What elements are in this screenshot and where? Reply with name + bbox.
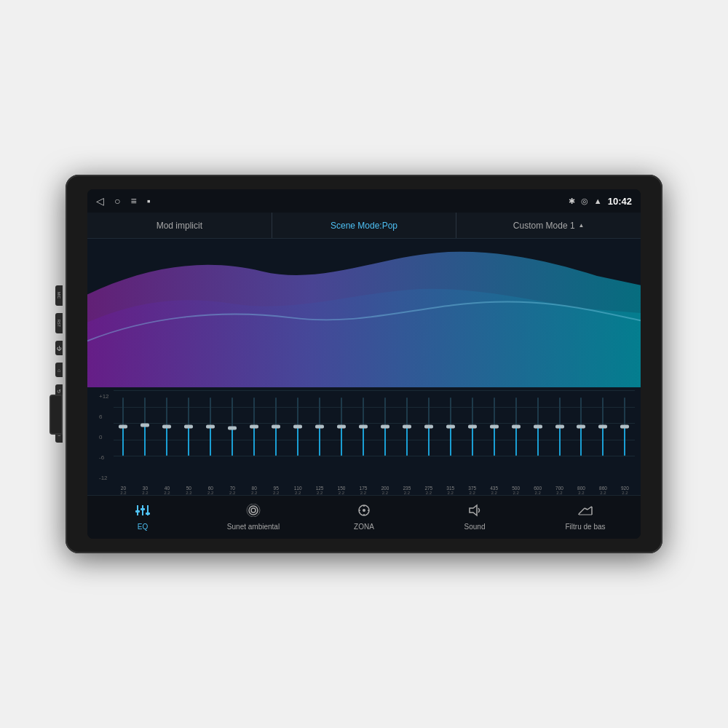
rst-button[interactable]: RST [55, 313, 63, 333]
slider-col-860[interactable] [593, 397, 613, 456]
zone-icon [356, 504, 372, 521]
mic-button[interactable]: MIC [55, 285, 63, 306]
slider-thumb-110[interactable] [293, 425, 302, 429]
slider-fill-30 [144, 425, 146, 456]
tab-sound[interactable]: Sound [419, 496, 530, 539]
slider-thumb-500[interactable] [512, 425, 521, 429]
freq-label-col-20: 202.2 [114, 486, 133, 495]
status-bar: ◁ ○ ≡ ▪ ✱ ◎ ▲ 10:42 [87, 189, 641, 213]
slider-thumb-315[interactable] [446, 425, 455, 429]
slider-col-175[interactable] [353, 397, 373, 456]
slider-fill-375 [472, 427, 473, 456]
slider-col-125[interactable] [310, 397, 330, 456]
svg-marker-18 [470, 505, 477, 515]
fc-label-60: 60 [201, 486, 221, 491]
slider-thumb-175[interactable] [359, 425, 368, 429]
slider-col-700[interactable] [550, 397, 569, 456]
slider-thumb-275[interactable] [424, 425, 433, 429]
slider-col-110[interactable] [288, 397, 308, 456]
slider-fill-315 [450, 427, 451, 456]
slider-thumb-80[interactable] [250, 425, 258, 429]
svg-rect-2 [135, 510, 140, 513]
slider-col-500[interactable] [506, 397, 526, 456]
slider-col-920[interactable] [615, 397, 635, 456]
slider-thumb-70[interactable] [228, 426, 237, 430]
slider-thumb-700[interactable] [555, 425, 564, 429]
slider-thumb-30[interactable] [141, 424, 149, 427]
slider-col-20[interactable] [114, 397, 133, 456]
mode-custom[interactable]: Custom Mode 1 ▲ [456, 213, 641, 238]
slider-thumb-50[interactable] [184, 425, 193, 429]
slider-col-50[interactable] [179, 397, 199, 456]
slider-col-150[interactable] [332, 397, 352, 456]
slider-thumb-200[interactable] [381, 425, 389, 429]
mode-implicit[interactable]: Mod implicit [87, 213, 272, 238]
home-nav-icon[interactable]: ○ [114, 195, 120, 207]
slider-track-110 [297, 397, 298, 456]
freq-label-col-175: 1752.2 [353, 486, 373, 495]
sound-icon [467, 504, 483, 521]
slider-thumb-435[interactable] [490, 425, 499, 429]
slider-thumb-125[interactable] [315, 425, 324, 429]
mic-label: MIC [57, 292, 61, 298]
slider-col-60[interactable] [201, 397, 221, 456]
freq-label-col-80: 802.2 [245, 486, 264, 495]
slider-track-50 [188, 397, 189, 456]
power-button[interactable]: ⏻ [55, 341, 63, 355]
slider-thumb-375[interactable] [468, 425, 477, 429]
slider-col-235[interactable] [397, 397, 416, 456]
mode-scene[interactable]: Scene Mode:Pop [272, 213, 457, 238]
slider-col-275[interactable] [419, 397, 438, 456]
svg-line-20 [582, 508, 585, 511]
slider-track-80 [253, 397, 255, 456]
tab-sunet[interactable]: Sunet ambiental [198, 496, 309, 539]
slider-thumb-600[interactable] [534, 425, 542, 429]
slider-thumb-150[interactable] [337, 425, 346, 429]
mode-bar: Mod implicit Scene Mode:Pop Custom Mode … [87, 213, 641, 239]
recent-nav-icon[interactable]: ▪ [147, 195, 151, 207]
status-right: ✱ ◎ ▲ 10:42 [569, 196, 632, 207]
slider-thumb-20[interactable] [119, 425, 127, 429]
slider-col-30[interactable] [135, 397, 155, 456]
svg-point-13 [363, 509, 365, 512]
home-button[interactable]: ⌂ [55, 363, 63, 377]
fc-label-700: 700 [550, 486, 569, 491]
tab-filtru[interactable]: Filtru de bas [530, 496, 641, 539]
slider-fill-20 [122, 427, 124, 456]
freq-label-col-235: 2352.2 [397, 486, 416, 495]
slider-thumb-235[interactable] [403, 425, 411, 429]
slider-fill-60 [210, 427, 211, 456]
db-6: 6 [99, 414, 109, 420]
freq-label-col-275: 2752.2 [419, 486, 438, 495]
slider-col-95[interactable] [266, 397, 286, 456]
slider-col-80[interactable] [245, 397, 264, 456]
menu-nav-icon[interactable]: ≡ [130, 195, 136, 207]
slider-col-40[interactable] [157, 397, 177, 456]
slider-track-20 [122, 397, 124, 456]
slider-col-600[interactable] [528, 397, 547, 456]
tab-sunet-label: Sunet ambiental [227, 523, 280, 531]
slider-thumb-800[interactable] [577, 425, 585, 429]
slider-thumb-95[interactable] [272, 425, 280, 429]
slider-thumb-920[interactable] [620, 425, 629, 429]
slider-col-800[interactable] [571, 397, 591, 456]
slider-col-375[interactable] [462, 397, 482, 456]
slider-track-800 [580, 397, 582, 456]
eq-visualization [87, 239, 641, 387]
clock: 10:42 [608, 196, 632, 207]
slider-col-70[interactable] [223, 397, 242, 456]
slider-track-500 [515, 397, 517, 456]
back-nav-icon[interactable]: ◁ [96, 195, 104, 207]
slider-fill-200 [384, 427, 386, 456]
slider-thumb-40[interactable] [162, 425, 171, 429]
tab-zona[interactable]: ZONA [309, 496, 419, 539]
tab-eq[interactable]: EQ [87, 496, 198, 539]
slider-fill-500 [515, 427, 517, 456]
slider-col-200[interactable] [375, 397, 395, 456]
slider-col-315[interactable] [440, 397, 460, 456]
slider-thumb-860[interactable] [598, 425, 607, 429]
slider-thumb-60[interactable] [206, 425, 215, 429]
slider-col-435[interactable] [484, 397, 504, 456]
rst-label: RST [57, 320, 61, 327]
slider-track-235 [406, 397, 408, 456]
